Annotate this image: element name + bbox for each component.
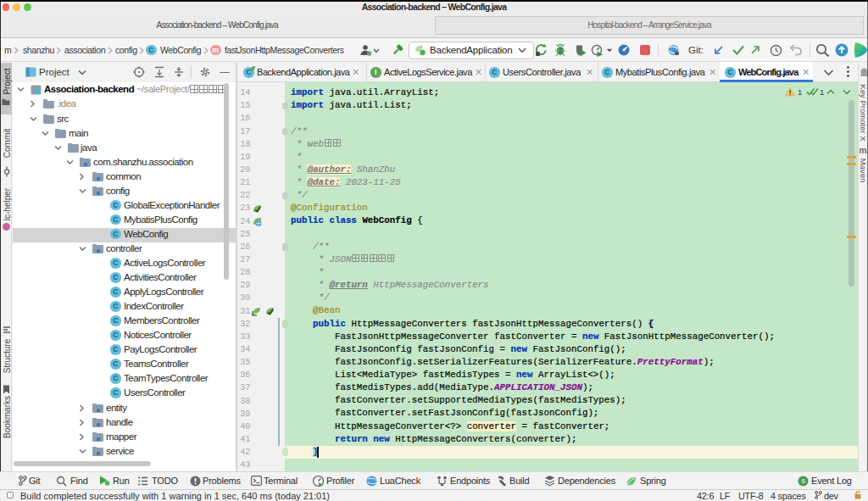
svg-text:1: 1	[798, 87, 802, 97]
svg-text:1: 1	[820, 87, 824, 97]
